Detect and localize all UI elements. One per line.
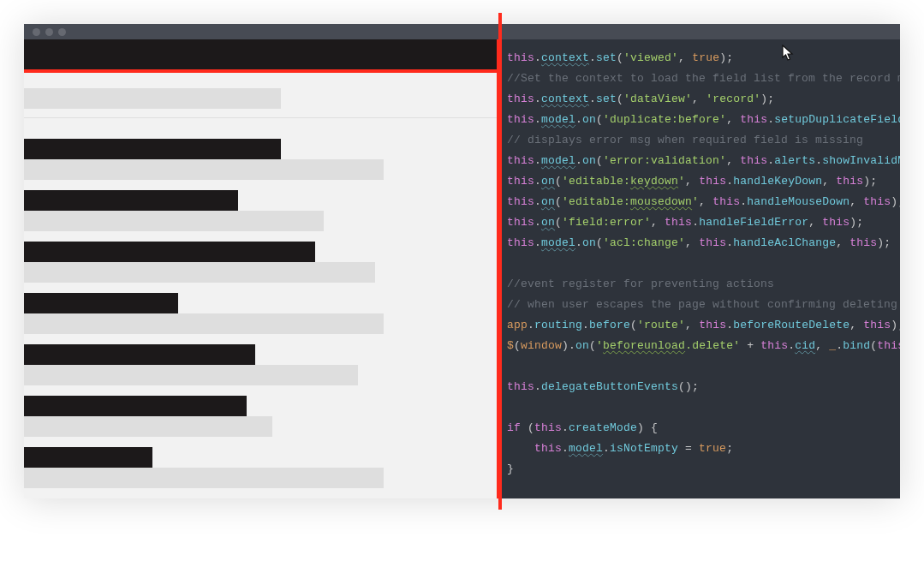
code-line[interactable]: this.on('editable:mousedown', this.handl… xyxy=(507,192,893,212)
wireframe-row-dark xyxy=(24,190,238,211)
code-line[interactable]: this.context.set('viewed', true); xyxy=(507,48,893,69)
code-line[interactable]: this.context.set('dataView', 'record'); xyxy=(507,89,893,110)
close-icon[interactable] xyxy=(33,28,40,36)
wireframe-row-dark xyxy=(24,293,178,313)
wireframe-row-light xyxy=(24,313,384,334)
wireframe-row-light xyxy=(24,365,358,385)
overlay-divider xyxy=(498,13,502,510)
window-titlebar[interactable] xyxy=(24,24,900,39)
wireframe-row-dark xyxy=(24,242,315,262)
code-line[interactable]: this.model.on('acl:change', this.handleA… xyxy=(507,233,893,254)
wireframe-row-light xyxy=(24,262,375,283)
wireframe-row-light xyxy=(24,468,384,488)
wireframe-body xyxy=(24,73,497,498)
minimize-icon[interactable] xyxy=(45,28,53,36)
wireframe-row-dark xyxy=(24,139,281,159)
code-line[interactable]: this.on('editable:keydown', this.handleK… xyxy=(507,171,893,192)
code-line[interactable]: this.delegateButtonEvents(); xyxy=(507,377,893,397)
code-line[interactable]: // when user escapes the page without co… xyxy=(507,295,893,315)
wireframe-row xyxy=(24,293,497,334)
code-editor[interactable]: this.context.set('viewed', true);//Set t… xyxy=(500,39,900,498)
wireframe-row-dark xyxy=(24,396,247,416)
wireframe-row-light xyxy=(24,416,272,437)
wireframe-row-dark xyxy=(24,447,152,468)
wireframe-header-bar xyxy=(24,39,497,69)
code-line[interactable]: $(window).on('beforeunload.delete' + thi… xyxy=(507,336,893,356)
wireframe-row xyxy=(24,190,497,231)
code-line[interactable] xyxy=(507,397,893,418)
code-line[interactable]: // displays error msg when required fiel… xyxy=(507,130,893,151)
app-window: this.context.set('viewed', true);//Set t… xyxy=(24,24,900,498)
code-line[interactable]: //Set the context to load the field list… xyxy=(507,69,893,89)
code-line[interactable]: } xyxy=(507,459,893,480)
wireframe-row xyxy=(24,344,497,385)
wireframe-panel xyxy=(24,39,497,498)
wireframe-row xyxy=(24,396,497,437)
code-line[interactable]: //event register for preventing actions xyxy=(507,274,893,295)
code-line[interactable]: this.model.isNotEmpty = true; xyxy=(507,439,893,459)
wireframe-row xyxy=(24,242,497,283)
wireframe-row-dark xyxy=(24,344,255,365)
code-line[interactable] xyxy=(507,254,893,274)
wireframe-row-light xyxy=(24,159,384,180)
wireframe-title-bar xyxy=(24,88,281,109)
wireframe-row xyxy=(24,139,497,180)
code-line[interactable]: this.model.on('error:validation', this.a… xyxy=(507,151,893,171)
code-line[interactable]: this.model.on('duplicate:before', this.s… xyxy=(507,110,893,130)
code-line[interactable]: this.on('field:error', this.handleFieldE… xyxy=(507,212,893,233)
code-line[interactable]: app.routing.before('route', this.beforeR… xyxy=(507,315,893,336)
wireframe-row xyxy=(24,447,497,488)
code-line[interactable]: if (this.createMode) { xyxy=(507,418,893,439)
window-content: this.context.set('viewed', true);//Set t… xyxy=(24,39,900,498)
zoom-icon[interactable] xyxy=(58,28,66,36)
wireframe-row-light xyxy=(24,211,324,231)
code-line[interactable] xyxy=(507,356,893,377)
